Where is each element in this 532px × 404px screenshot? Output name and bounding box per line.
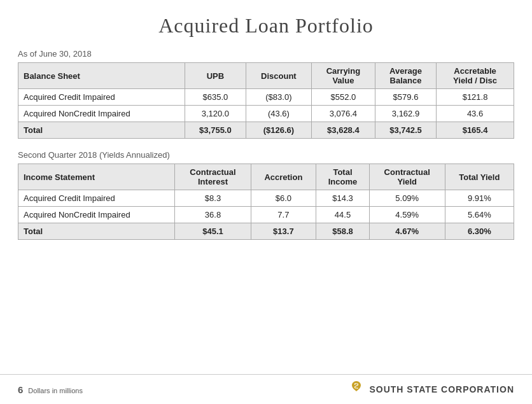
total-row: Total$45.1$13.7$58.84.67%6.30% [18,223,514,240]
section1-label: As of June 30, 2018 [18,49,514,59]
section2: Second Quarter 2018 (Yields Annualized) … [18,150,514,240]
col-header-accretion: Accretion [251,164,316,190]
col-header-carrying-value: CarryingValue [311,63,375,89]
col-header-total-income: TotalIncome [316,164,369,190]
table-row: Acquired Credit Impaired$635.0($83.0)$55… [18,89,514,106]
balance-sheet-table: Balance Sheet UPB Discount CarryingValue… [18,62,514,139]
col-header-contractual-interest: ContractualInterest [175,164,251,190]
table-row: Acquired NonCredit Impaired3,120.0(43.6)… [18,106,514,122]
section1: As of June 30, 2018 Balance Sheet UPB Di… [18,49,514,139]
col-header-upb: UPB [185,63,246,89]
col-header-accretable-yield: AccretableYield / Disc [437,63,514,89]
page-container: Acquired Loan Portfolio As of June 30, 2… [0,0,532,404]
page-num-area: 6 Dollars in millions [18,384,83,395]
bottom-bar: 6 Dollars in millions South State Corpor… [0,374,532,404]
total-row: Total$3,755.0($126.6)$3,628.4$3,742.5$16… [18,122,514,139]
table-row: Acquired Credit Impaired$8.3$6.0$14.35.0… [18,190,514,207]
col-header-income-statement: Income Statement [18,164,175,190]
dollars-label: Dollars in millions [28,387,83,394]
section2-label: Second Quarter 2018 (Yields Annualized) [18,150,514,160]
page-title: Acquired Loan Portfolio [0,0,532,49]
col-header-total-yield: Total Yield [445,164,514,190]
income-statement-table: Income Statement ContractualInterest Acc… [18,164,514,240]
page-number: 6 [18,384,23,395]
brand-logo: South State Corporation [349,380,514,399]
col-header-contractual-yield: ContractualYield [369,164,445,190]
col-header-average-balance: AverageBalance [375,63,436,89]
col-header-discount: Discount [246,63,311,89]
brand-icon [349,380,364,399]
content-area: As of June 30, 2018 Balance Sheet UPB Di… [0,49,532,374]
table-row: Acquired NonCredit Impaired36.87.744.54.… [18,207,514,223]
col-header-balance-sheet: Balance Sheet [18,63,185,89]
brand-name: South State Corporation [369,384,514,394]
